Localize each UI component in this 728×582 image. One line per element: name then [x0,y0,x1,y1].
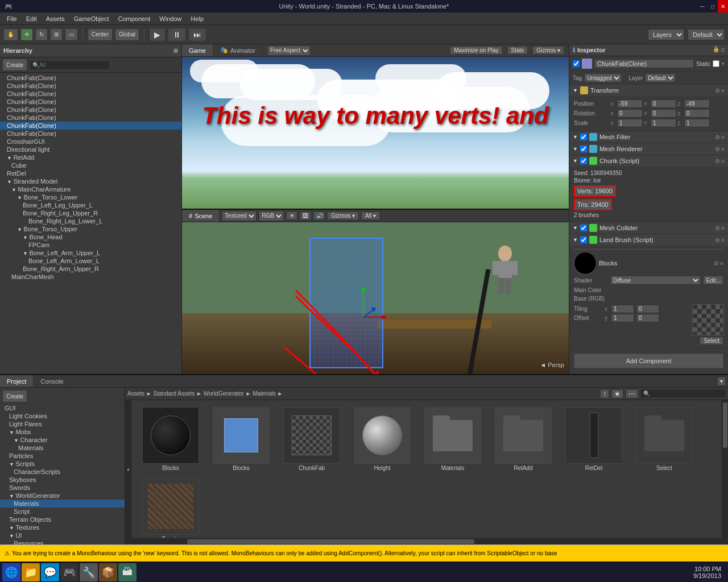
tab-scene[interactable]: # Scene [182,210,220,222]
hierarchy-folder[interactable]: MainCharArmature [0,185,181,193]
pt-folder[interactable]: Scripts [0,460,125,468]
hierarchy-options-icon[interactable]: ≡ [173,46,178,55]
center-button[interactable]: Center [88,28,113,41]
taskbar-icon-browser[interactable]: 🌐 [2,563,20,581]
hierarchy-folder[interactable]: Bone_Torso_Upper [0,225,181,233]
hierarchy-item[interactable]: Directional light [0,146,181,153]
mesh-renderer-menu-icon[interactable]: ≡ [721,146,725,152]
hierarchy-item[interactable]: Bone_Right_Leg_Lower_L [0,217,181,225]
rotate-tool-button[interactable]: ↻ [35,28,48,41]
transform-header[interactable]: ▼ Transform ⚙ ≡ [569,85,728,96]
land-brush-header[interactable]: ▼ Land Brush (Script) ⚙ ≡ [569,234,728,246]
asset-item-height[interactable]: Height [348,405,416,473]
hierarchy-item[interactable]: Bone_Left_Arm_Lower_L [0,257,181,265]
hierarchy-create-button[interactable]: Create [2,59,27,71]
hierarchy-item[interactable]: Bone_Right_Arm_Upper_R [0,265,181,273]
game-viewport[interactable]: This is way to many verts! and [182,57,569,209]
pt-folder[interactable]: UI [0,531,125,539]
pt-item[interactable]: Terrain Objects [0,516,125,523]
hierarchy-folder[interactable]: Stranded Model [0,177,181,185]
maximize-button[interactable]: □ [708,0,718,13]
mesh-filter-menu-icon[interactable]: ≡ [721,134,725,140]
pt-item[interactable]: Materials [0,444,125,452]
static-checkbox[interactable] [713,60,719,67]
tab-project[interactable]: Project [0,375,34,387]
hierarchy-item[interactable]: CrosshairGUI [0,138,181,146]
tab-game[interactable]: Game [182,44,213,56]
inspector-options-icon[interactable]: ≡ [721,46,725,54]
taskbar-icon-mountain[interactable]: 🏔 [118,563,136,581]
pt-item-selected[interactable]: Materials [0,500,125,508]
pause-button[interactable]: ⏸ [168,28,186,41]
pt-item[interactable]: Resources [0,539,125,544]
asset-item-retadd[interactable]: RetAdd [489,405,557,473]
mesh-collider-settings-icon[interactable]: ⚙ [715,225,720,231]
mesh-collider-header[interactable]: ▼ Mesh Collider ⚙ ≡ [569,222,728,234]
hierarchy-item[interactable]: ChunkFab(Clone) [0,130,181,138]
static-dropdown-icon[interactable]: ▾ [722,61,725,66]
scene-rgb-dropdown[interactable]: RGB [259,211,284,221]
pt-item[interactable]: CharacterScripts [0,468,125,476]
mesh-filter-checkbox[interactable] [580,134,587,140]
hierarchy-item[interactable]: ChunkFab(Clone) [0,98,181,106]
taskbar-icon-tool[interactable]: 🔧 [80,563,98,581]
object-name-field[interactable] [594,59,694,68]
layout-dropdown[interactable]: Default [688,29,725,40]
gizmos-button[interactable]: Gizmos ▾ [532,46,564,55]
position-x-field[interactable] [617,99,643,108]
play-button[interactable]: ▶ [149,28,166,41]
asset-scroll-up[interactable]: ▲ [125,400,132,538]
tab-console[interactable]: Console [34,375,71,387]
chunk-checkbox[interactable] [580,157,587,164]
asset-item-chunkfab[interactable]: ChunkFab [278,405,346,473]
taskbar-icon-package[interactable]: 📦 [99,563,117,581]
offset-x-field[interactable] [636,305,659,313]
taskbar-icon-files[interactable]: 📁 [22,563,40,581]
hierarchy-folder[interactable]: Bone_Torso_Lower [0,193,181,201]
hierarchy-item[interactable]: FPCam [0,241,181,249]
mesh-filter-header[interactable]: ▼ Mesh Filter ⚙ ≡ [569,131,728,143]
global-button[interactable]: Global [115,28,139,41]
hierarchy-item[interactable]: Bone_Right_Leg_Upper_R [0,209,181,217]
hierarchy-folder[interactable]: Bone_Left_Arm_Upper_L [0,249,181,257]
scale-x-field[interactable] [617,119,643,127]
close-button[interactable]: ✕ [718,0,728,13]
stats-button[interactable]: Stats [507,46,528,55]
scale-y-field[interactable] [651,119,676,127]
mesh-renderer-settings-icon[interactable]: ⚙ [715,146,720,152]
rect-tool-button[interactable]: ▭ [65,28,78,41]
scene-all-button[interactable]: All ▾ [361,211,380,220]
material-menu-icon[interactable]: ≡ [720,260,723,267]
tiling-x-field[interactable] [611,305,634,313]
asset-item-retdel[interactable]: RetDel [560,405,628,473]
pt-item[interactable]: Particles [0,452,125,460]
hierarchy-item[interactable]: ChunkFab(Clone) [0,90,181,98]
mesh-collider-menu-icon[interactable]: ≡ [721,225,725,231]
asset-search-input[interactable] [640,389,726,398]
select-button[interactable]: Select [700,336,723,345]
hierarchy-item[interactable]: MainCharMesh [0,273,181,281]
taskbar-icon-chat[interactable]: 💬 [41,563,59,581]
hierarchy-search-input[interactable] [30,61,109,69]
scene-image-button[interactable]: 🖼 [300,211,311,220]
asset-up-button[interactable]: ↑ [600,389,609,398]
offset-y-field[interactable] [636,314,659,322]
transform-settings-icon[interactable]: ⚙ [715,88,720,94]
asset-dots-button[interactable]: ⋯ [626,389,638,398]
mesh-collider-checkbox[interactable] [580,225,587,231]
material-settings-icon[interactable]: ⚙ [714,260,719,267]
asset-item-select[interactable]: Select [630,405,698,473]
asset-star-button[interactable]: ★ [611,389,623,398]
menu-window[interactable]: Window [155,15,186,22]
land-brush-checkbox[interactable] [580,236,587,243]
rotation-y-field[interactable] [651,109,676,118]
hierarchy-item[interactable]: ChunkFab(Clone) [0,114,181,122]
position-y-field[interactable] [651,99,676,108]
object-active-checkbox[interactable] [573,60,580,67]
transform-menu-icon[interactable]: ≡ [721,88,725,94]
hand-tool-button[interactable]: ✋ [3,28,18,41]
maximize-on-play-button[interactable]: Maximize on Play [450,46,502,55]
pt-item[interactable]: GUI [0,404,125,412]
tag-select[interactable]: Untagged [584,73,622,82]
hierarchy-item[interactable]: Cube [0,161,181,169]
